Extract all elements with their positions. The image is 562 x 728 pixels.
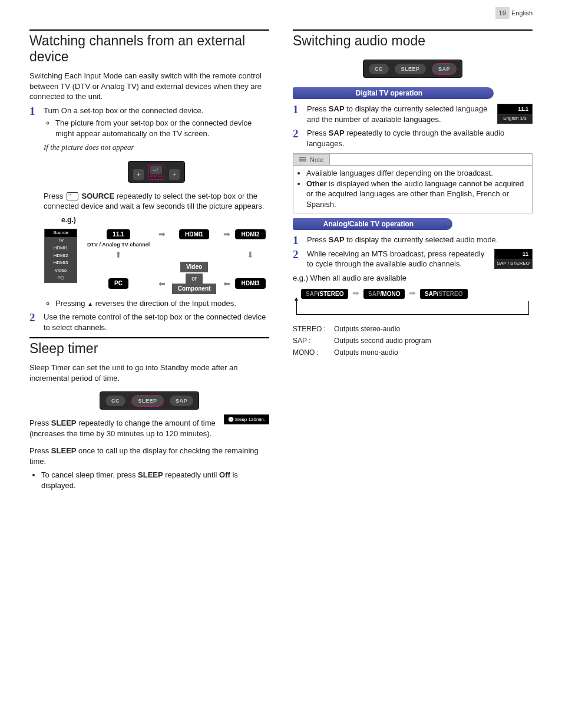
source-item: HDMI1	[45, 245, 77, 252]
dtv-label: DTV / Analog TV channel	[80, 241, 157, 249]
audio-cycle-diagram: SAP/STEREO ➡ SAP/MONO ➡ SAP/STEREO	[293, 288, 533, 315]
source-item: HDMI3	[45, 259, 77, 267]
source-word: SOURCE	[81, 192, 114, 200]
right-column: Switching audio mode CC SLEEP SAP Digita…	[293, 25, 533, 493]
steps-list: Turn On a set-top box or the connected d…	[29, 106, 269, 333]
cc-button-icon: CC	[369, 64, 389, 74]
def-row: SAP :Outputs second audio program	[293, 335, 439, 347]
page-language: English	[511, 9, 533, 17]
node-or: or	[186, 274, 203, 284]
note-tab: Note	[293, 154, 330, 165]
up-triangle-icon: ▲	[87, 301, 93, 307]
note-item: Other is displayed when the audio langua…	[306, 179, 527, 210]
arrow-down-icon: ⬇	[232, 249, 269, 261]
node-hdmi2: HDMI2	[235, 229, 265, 240]
section-intro: Switching Each Input Mode can easily swi…	[29, 71, 269, 102]
audio-definitions: STEREO :Outputs stereo-audio SAP :Output…	[293, 323, 439, 358]
cycle-note: Pressing ▲ reverses the direction of the…	[55, 298, 269, 309]
osd-digital-indicator: 11.1 English 1/3	[497, 104, 533, 124]
step1-bullet: The picture from your set-top box or the…	[55, 118, 269, 139]
arrow-right-icon: ➡	[157, 228, 167, 241]
input-cycle-diagram: Source TV HDMI1 HDMI2 HDMI3 Video PC	[44, 228, 269, 294]
osd-sleep-indicator: 🕒 Sleep 120min.	[224, 414, 269, 424]
source-item: Video	[45, 267, 77, 275]
source-icon	[67, 192, 78, 200]
note-item: Available languages differ depending on …	[306, 168, 527, 179]
node-hdmi1: HDMI1	[179, 229, 209, 240]
osd-analog-indicator: 11 SAP / STEREO	[494, 249, 533, 269]
example-label: e.g.)	[61, 215, 269, 225]
remote-sap-graphic: CC SLEEP SAP	[293, 55, 533, 83]
vol-plus-icon: +	[169, 169, 180, 180]
arrow-right-icon: ➡	[409, 288, 416, 298]
chip-sap: SAP/STEREO	[420, 289, 467, 299]
page-number: 19	[495, 7, 510, 19]
source-table-header: Source	[45, 229, 77, 237]
source-item: HDMI2	[45, 252, 77, 260]
chip-stereo: SAP/STEREO	[301, 289, 348, 299]
arrow-left-icon: ⬅	[157, 273, 167, 295]
sleep-press-text: Press SLEEP repeatedly to change the amo…	[29, 418, 218, 439]
def-row: STEREO :Outputs stereo-audio	[293, 323, 439, 335]
vol-minus-icon: +	[133, 169, 144, 180]
def-row: MONO :Outputs mono-audio	[293, 347, 439, 358]
source-item: TV	[45, 237, 77, 245]
arrow-right-icon: ➡	[352, 288, 359, 298]
source-table: Source TV HDMI1 HDMI2 HDMI3 Video PC	[44, 229, 77, 283]
analog-steps: Press SAP to display the currently selec…	[293, 235, 533, 269]
if-picture-note: If the picture does not appear	[44, 143, 134, 151]
analog-step-2: While receiving an MTS broadcast, press …	[293, 249, 533, 269]
digital-steps: Press SAP to display the currently selec…	[293, 104, 533, 149]
digital-step-2: Press SAP repeatedly to cycle through th…	[293, 128, 533, 149]
node-video: Video	[180, 262, 208, 272]
note-box: Note Available languages differ dependin…	[293, 153, 533, 213]
node-hdmi3: HDMI3	[235, 278, 265, 289]
arrow-right-icon: ➡	[222, 228, 232, 241]
arrow-up-icon: ⬆	[80, 249, 157, 261]
eg-all-audio: e.g.) When all audio are available	[293, 273, 533, 284]
remote-sleep-graphic: CC SLEEP SAP	[29, 387, 269, 414]
note-icon	[299, 156, 306, 162]
sleep-intro: Sleep Timer can set the unit to go into …	[29, 363, 269, 383]
press-source-text: Press SOURCE repeatedly to select the se…	[44, 191, 269, 212]
digital-step-1: Press SAP to display the currently selec…	[293, 104, 533, 124]
sleep-press-once: Press SLEEP once to call up the display …	[29, 446, 269, 466]
section-title-sleep: Sleep timer	[29, 337, 269, 357]
source-item: PC	[45, 275, 77, 282]
sap-button-icon: SAP	[170, 396, 193, 406]
loop-line	[296, 301, 529, 315]
arrow-left-icon: ⬅	[222, 273, 232, 295]
remote-source-graphic: + ⮐ SOURCE +	[44, 156, 269, 187]
node-11-1: 11.1	[107, 229, 130, 240]
page-header: 19 English	[29, 7, 533, 19]
digital-tv-header: Digital TV operation	[293, 87, 485, 99]
section-title-audio: Switching audio mode	[293, 29, 533, 49]
sleep-button-icon: SLEEP	[395, 64, 425, 74]
source-button-highlight: ⮐ SOURCE	[148, 164, 164, 180]
page: 19 English Watching channels from an ext…	[0, 0, 562, 517]
analog-step-1: Press SAP to display the currently selec…	[293, 235, 533, 245]
chip-mono: SAP/MONO	[363, 289, 405, 299]
node-component: Component	[172, 284, 217, 294]
step-1: Turn On a set-top box or the connected d…	[29, 106, 269, 308]
cc-button-icon: CC	[105, 396, 125, 406]
step-2: Use the remote control of the set-top bo…	[29, 312, 269, 332]
step-text: Turn On a set-top box or the connected d…	[44, 106, 203, 115]
sap-button-icon: SAP	[432, 63, 457, 75]
node-pc: PC	[108, 278, 128, 289]
sleep-cancel-bullet: To cancel sleep timer, press SLEEP repea…	[41, 470, 269, 490]
left-column: Watching channels from an external devic…	[29, 25, 269, 493]
section-title-watching: Watching channels from an external devic…	[29, 29, 269, 65]
analog-tv-header: Analog/Cable TV operation	[293, 218, 444, 230]
sleep-button-icon: SLEEP	[131, 395, 163, 407]
